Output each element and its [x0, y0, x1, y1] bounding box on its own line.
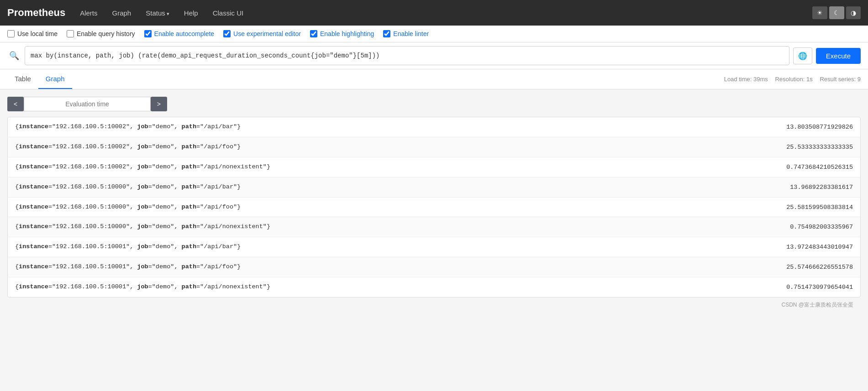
resolution: Resolution: 1s: [775, 76, 812, 83]
metric-label: {instance="192.168.100.5:10002", job="de…: [15, 143, 743, 151]
checkbox-enable-query-history[interactable]: [67, 30, 74, 37]
metric-label: {instance="192.168.100.5:10000", job="de…: [15, 223, 743, 231]
nav-classic-ui[interactable]: Classic UI: [209, 7, 247, 19]
options-bar: Use local time Enable query history Enab…: [0, 26, 868, 42]
option-enable-query-history[interactable]: Enable query history: [67, 30, 135, 37]
main-content: < > {instance="192.168.100.5:10002", job…: [0, 89, 868, 389]
table-row: {instance="192.168.100.5:10000", job="de…: [8, 217, 860, 237]
tab-graph[interactable]: Graph: [38, 69, 72, 89]
metric-value: 25.581599508383814: [743, 204, 853, 211]
results-table: {instance="192.168.100.5:10002", job="de…: [7, 117, 861, 297]
watermark: CSDN @富士康质检员张全蛋: [7, 297, 861, 313]
option-use-local-time[interactable]: Use local time: [7, 30, 58, 37]
nav-graph[interactable]: Graph: [109, 7, 135, 19]
eval-next-btn[interactable]: >: [151, 97, 167, 111]
theme-dark-btn[interactable]: ☾: [829, 6, 844, 19]
metric-label: {instance="192.168.100.5:10001", job="de…: [15, 263, 743, 271]
metric-value: 25.574666226551578: [743, 264, 853, 271]
option-enable-highlighting[interactable]: Enable highlighting: [310, 30, 374, 37]
eval-prev-btn[interactable]: <: [7, 97, 24, 111]
eval-row: < >: [7, 97, 167, 111]
metric-label: {instance="192.168.100.5:10000", job="de…: [15, 203, 743, 212]
nav-status[interactable]: Status: [142, 7, 173, 19]
checkbox-use-experimental-editor[interactable]: [223, 30, 231, 37]
metric-value: 0.7514730979654041: [743, 284, 853, 291]
option-enable-autocomplete[interactable]: Enable autocomplete: [144, 30, 215, 37]
checkbox-enable-autocomplete[interactable]: [144, 30, 152, 37]
checkbox-enable-highlighting[interactable]: [310, 30, 317, 37]
theme-buttons: ☀ ☾ ◑: [812, 6, 861, 19]
option-label-enable-linter: Enable linter: [393, 30, 429, 37]
metric-value: 13.803508771929826: [743, 124, 853, 130]
option-label-enable-query-history: Enable query history: [77, 30, 135, 37]
table-row: {instance="192.168.100.5:10002", job="de…: [8, 157, 860, 177]
table-row: {instance="192.168.100.5:10002", job="de…: [8, 117, 860, 137]
metric-label: {instance="192.168.100.5:10001", job="de…: [15, 283, 743, 292]
navbar: Prometheus Alerts Graph Status Help Clas…: [0, 0, 868, 26]
metric-value: 13.96892283381617: [743, 184, 853, 191]
load-time: Load time: 39ms: [724, 76, 768, 83]
tab-table[interactable]: Table: [7, 69, 38, 89]
metric-label: {instance="192.168.100.5:10002", job="de…: [15, 163, 743, 172]
table-row: {instance="192.168.100.5:10001", job="de…: [8, 277, 860, 297]
metric-value: 0.754982003335967: [743, 224, 853, 230]
search-icon-btn[interactable]: 🔍: [7, 49, 21, 63]
table-row: {instance="192.168.100.5:10001", job="de…: [8, 237, 860, 257]
execute-btn[interactable]: Execute: [816, 48, 861, 64]
metric-label: {instance="192.168.100.5:10000", job="de…: [15, 183, 743, 192]
theme-auto-btn[interactable]: ◑: [846, 6, 861, 19]
tabs-row: Table Graph Load time: 39ms Resolution: …: [0, 69, 868, 89]
table-row: {instance="192.168.100.5:10001", job="de…: [8, 257, 860, 277]
option-label-use-local-time: Use local time: [17, 30, 58, 37]
table-row: {instance="192.168.100.5:10000", job="de…: [8, 198, 860, 218]
result-series: Result series: 9: [820, 76, 861, 83]
checkbox-enable-linter[interactable]: [383, 30, 390, 37]
metric-value: 0.7473684210526315: [743, 164, 853, 171]
brand: Prometheus: [7, 7, 65, 19]
table-row: {instance="192.168.100.5:10000", job="de…: [8, 177, 860, 198]
globe-btn[interactable]: 🌐: [793, 47, 812, 64]
theme-light-btn[interactable]: ☀: [812, 6, 827, 19]
option-use-experimental-editor[interactable]: Use experimental editor: [223, 30, 301, 37]
option-label-enable-highlighting: Enable highlighting: [320, 30, 374, 37]
option-label-use-experimental-editor: Use experimental editor: [233, 30, 301, 37]
metric-value: 13.972483443010947: [743, 244, 853, 250]
metric-value: 25.533333333333335: [743, 144, 853, 151]
tabs-meta: Load time: 39ms Resolution: 1s Result se…: [719, 72, 861, 86]
eval-time-input[interactable]: [24, 97, 151, 111]
metric-label: {instance="192.168.100.5:10002", job="de…: [15, 123, 743, 131]
checkbox-use-local-time[interactable]: [7, 30, 15, 37]
metric-label: {instance="192.168.100.5:10001", job="de…: [15, 243, 743, 251]
query-input[interactable]: [25, 46, 789, 65]
option-label-enable-autocomplete: Enable autocomplete: [154, 30, 215, 37]
query-bar: 🔍 🌐 Execute: [0, 42, 868, 69]
nav-help[interactable]: Help: [180, 7, 202, 19]
nav-alerts[interactable]: Alerts: [76, 7, 101, 19]
table-row: {instance="192.168.100.5:10002", job="de…: [8, 137, 860, 157]
option-enable-linter[interactable]: Enable linter: [383, 30, 429, 37]
